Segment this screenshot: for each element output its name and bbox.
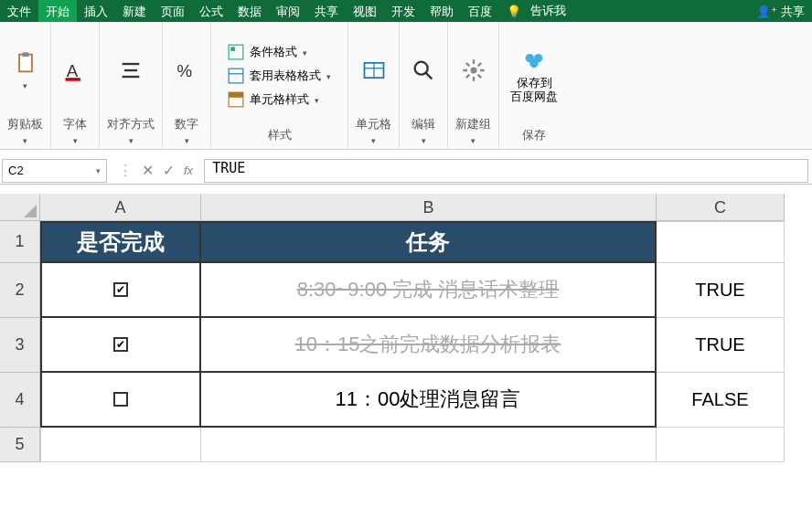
cell-style-icon [228, 91, 244, 108]
tab-formula[interactable]: 公式 [192, 0, 230, 22]
chevron-down-icon[interactable]: ▾ [471, 136, 475, 145]
svg-rect-13 [229, 92, 243, 98]
newgroup-button[interactable] [457, 54, 490, 87]
tab-data[interactable]: 数据 [230, 0, 269, 22]
cell-A4[interactable] [40, 373, 201, 428]
cancel-icon[interactable]: ✕ [142, 162, 154, 179]
checkbox-icon[interactable]: ✔ [113, 282, 128, 297]
tab-insert[interactable]: 插入 [77, 0, 115, 22]
conditional-format-button[interactable]: 条件格式 ▾ [224, 42, 311, 62]
formula-input[interactable]: TRUE [204, 159, 808, 183]
paste-button[interactable]: ▾ [9, 47, 42, 94]
tab-help[interactable]: 帮助 [422, 0, 461, 22]
cell-C1[interactable] [657, 221, 785, 263]
tab-view[interactable]: 视图 [346, 0, 384, 22]
cell-A1[interactable]: 是否完成 [40, 221, 201, 263]
formula-bar: C2 ▾ ⋮ ✕ ✓ fx TRUE [0, 157, 812, 185]
svg-rect-10 [229, 69, 243, 83]
tab-share-right[interactable]: 👤⁺ 共享 [749, 0, 812, 22]
cell-B3[interactable]: 10：15之前完成数据分析报表 [201, 318, 657, 373]
align-group-label: 对齐方式 [107, 114, 155, 134]
format-table-label: 套用表格格式 [250, 68, 321, 84]
tab-baidu[interactable]: 百度 [461, 0, 499, 22]
svg-rect-9 [230, 47, 235, 51]
tab-start[interactable]: 开始 [38, 0, 77, 22]
formula-content: TRUE [212, 160, 245, 176]
svg-point-19 [470, 67, 476, 73]
tab-quick-icons: 💡 告诉我 [499, 0, 573, 22]
tab-file[interactable]: 文件 [0, 0, 38, 22]
save-baidu-label-1: 保存到 [517, 77, 552, 90]
row-header-4[interactable]: 4 [0, 373, 40, 428]
chevron-down-icon[interactable]: ▾ [23, 136, 27, 145]
col-header-B[interactable]: B [201, 194, 657, 221]
gear-icon [461, 58, 486, 83]
tab-share[interactable]: 共享 [307, 0, 346, 22]
select-all-corner[interactable] [0, 194, 40, 221]
cell-B2[interactable]: 8:30~9:00 完成 消息话术整理 [201, 263, 657, 318]
font-button[interactable]: A [59, 54, 91, 87]
chevron-down-icon[interactable]: ▾ [185, 136, 189, 145]
ribbon-group-save: 保存到 百度网盘 保存 [499, 22, 569, 149]
dots-icon[interactable]: ⋮ [118, 162, 133, 179]
ribbon: ▾ 剪贴板 ▾ A 字体 ▾ 对齐方式 ▾ % 数字 ▾ [0, 22, 812, 150]
col-header-C[interactable]: C [657, 194, 785, 221]
tab-review[interactable]: 审阅 [269, 0, 307, 22]
format-as-table-button[interactable]: 套用表格格式 ▾ [224, 66, 335, 86]
chevron-down-icon[interactable]: ▾ [422, 136, 426, 145]
tab-new[interactable]: 新建 [115, 0, 154, 22]
col-header-A[interactable]: A [40, 194, 201, 221]
name-box-value: C2 [8, 164, 24, 177]
cell-C3[interactable]: TRUE [657, 318, 785, 373]
save-baidu-label-2: 百度网盘 [510, 90, 558, 103]
cell-A5[interactable] [40, 428, 201, 462]
cell-B4[interactable]: 11：00处理消息留言 [201, 373, 657, 428]
tab-page[interactable]: 页面 [154, 0, 192, 22]
checkbox-icon[interactable]: ✔ [113, 337, 128, 352]
ribbon-group-newgroup: 新建组 ▾ [448, 22, 499, 149]
ribbon-group-cells: 单元格 ▾ [348, 22, 400, 149]
cell-A2[interactable]: ✔ [40, 263, 201, 318]
cell-C4[interactable]: FALSE [657, 373, 785, 428]
tellme-label[interactable]: 告诉我 [530, 3, 566, 19]
name-box[interactable]: C2 ▾ [2, 159, 107, 183]
cell-B5[interactable] [201, 428, 657, 462]
task-text: 11：00处理消息留言 [336, 386, 521, 413]
font-group-label: 字体 [63, 114, 87, 134]
newgroup-group-label: 新建组 [455, 114, 491, 134]
menu-tabs: 文件 开始 插入 新建 页面 公式 数据 审阅 共享 视图 开发 帮助 百度 💡… [0, 0, 812, 22]
cells-button[interactable] [358, 54, 390, 87]
chevron-down-icon[interactable]: ▾ [73, 136, 78, 145]
tab-dev[interactable]: 开发 [384, 0, 422, 22]
enter-icon[interactable]: ✓ [163, 162, 175, 179]
cell-C2[interactable]: TRUE [657, 263, 785, 318]
save-to-baidu-button[interactable]: 保存到 百度网盘 [507, 44, 561, 107]
save-group-label: 保存 [522, 125, 546, 145]
fx-icon[interactable]: fx [184, 164, 193, 177]
cell-C5[interactable] [657, 428, 785, 462]
svg-line-18 [425, 72, 432, 79]
align-button[interactable] [114, 54, 147, 87]
row-header-2[interactable]: 2 [0, 263, 40, 318]
task-text: 8:30~9:00 完成 消息话术整理 [297, 276, 560, 303]
chevron-down-icon[interactable]: ▾ [129, 136, 134, 145]
svg-rect-1 [22, 52, 28, 57]
cell-B1[interactable]: 任务 [201, 221, 657, 263]
checkbox-icon[interactable] [113, 392, 128, 407]
number-button[interactable]: % [170, 54, 203, 87]
cell-A3[interactable]: ✔ [40, 318, 201, 373]
chevron-down-icon[interactable]: ▾ [371, 136, 376, 145]
cell-styles-button[interactable]: 单元格样式 ▾ [224, 90, 323, 110]
clipboard-group-label: 剪贴板 [7, 114, 43, 134]
row-header-5[interactable]: 5 [0, 428, 40, 462]
row-header-3[interactable]: 3 [0, 318, 40, 373]
task-text: 10：15之前完成数据分析报表 [295, 331, 561, 358]
ribbon-group-styles: 条件格式 ▾ 套用表格格式 ▾ 单元格样式 ▾ 样式 [211, 22, 348, 149]
row-header-1[interactable]: 1 [0, 221, 40, 263]
chevron-down-icon: ▾ [96, 166, 101, 175]
magnifier-icon [411, 58, 436, 83]
editing-button[interactable] [407, 54, 440, 87]
chevron-down-icon: ▾ [315, 96, 319, 105]
align-icon [118, 58, 144, 83]
editing-group-label: 编辑 [411, 114, 435, 134]
